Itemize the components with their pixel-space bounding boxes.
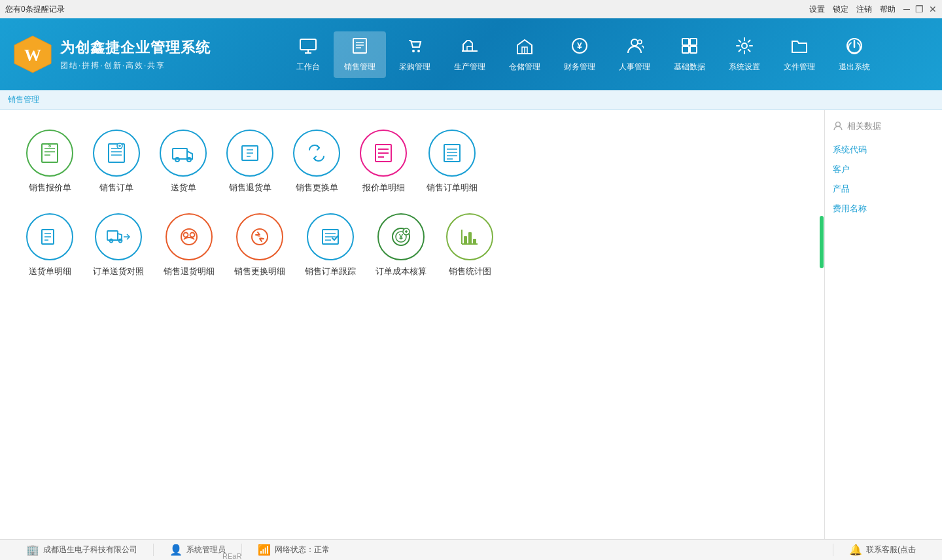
nav-label-finance: 财务管理 <box>564 61 595 73</box>
right-sidebar: 相关数据 系统代码 客户 产品 费用名称 <box>824 110 942 539</box>
exit-icon <box>845 37 864 59</box>
minimize-button[interactable]: ─ <box>903 4 910 14</box>
lock-link[interactable]: 锁定 <box>833 4 848 15</box>
breadcrumb: 销售管理 <box>0 90 942 110</box>
nav-label-system: 系统设置 <box>729 61 760 73</box>
module-sales-quote[interactable]: $ 销售报价单 <box>26 130 73 194</box>
nav-item-basic[interactable]: 基础数据 <box>663 31 716 78</box>
sales-exchange-icon-wrap <box>293 130 340 177</box>
network-text: 网络状态：正常 <box>275 544 330 555</box>
folder-icon <box>790 37 809 59</box>
order-delivery-icon-wrap <box>95 213 142 260</box>
breadcrumb-text: 销售管理 <box>8 94 39 105</box>
nav-item-system[interactable]: 系统设置 <box>718 31 771 78</box>
svg-rect-80 <box>468 232 472 244</box>
module-exchange-detail[interactable]: 销售更换明细 <box>234 213 285 277</box>
module-return-detail[interactable]: 销售退货明细 <box>164 213 215 277</box>
hr-icon <box>625 37 644 59</box>
module-sales-order-label: 销售订单 <box>99 182 133 194</box>
module-sales-exchange[interactable]: 销售更换单 <box>293 130 340 194</box>
nav-item-purchase[interactable]: 采购管理 <box>389 31 441 78</box>
module-order-delivery[interactable]: 订单送货对照 <box>93 213 144 277</box>
svg-rect-11 <box>467 46 472 51</box>
module-quote-detail-label: 报价单明细 <box>362 182 405 194</box>
module-sales-exchange-label: 销售更换单 <box>296 182 338 194</box>
system-slogan: 团结·拼搏·创新·高效·共享 <box>60 60 211 71</box>
status-network: 📶 网络状态：正常 <box>242 544 833 556</box>
purchase-icon <box>406 37 424 59</box>
network-icon: 📶 <box>258 544 271 556</box>
sales-order-icon-wrap <box>93 130 140 177</box>
module-sales-return-label: 销售退货单 <box>229 182 271 194</box>
nav-item-hr[interactable]: 人事管理 <box>608 31 661 78</box>
svg-point-63 <box>184 233 188 237</box>
company-icon: 🏢 <box>26 544 39 556</box>
nav-item-workbench[interactable]: 工作台 <box>285 31 331 78</box>
svg-text:W: W <box>24 46 41 65</box>
module-order-detail[interactable]: 销售订单明细 <box>427 130 478 194</box>
nav-item-production[interactable]: 生产管理 <box>444 31 496 78</box>
system-title: 为创鑫捷企业管理系统 <box>60 38 211 58</box>
module-row-1: $ 销售报价单 销售订 <box>26 130 798 194</box>
svg-rect-81 <box>473 239 476 244</box>
nav-item-sales[interactable]: 销售管理 <box>334 31 386 78</box>
title-bar-left: 您有0条提醒记录 <box>5 4 65 15</box>
close-button[interactable]: ✕ <box>929 4 937 14</box>
sidebar-link-product[interactable]: 产品 <box>833 179 934 199</box>
svg-rect-21 <box>682 46 689 53</box>
logo-area: W 为创鑫捷企业管理系统 团结·拼搏·创新·高效·共享 <box>0 35 224 74</box>
title-bar-right: 设置 锁定 注销 帮助 ─ ❐ ✕ <box>809 4 937 15</box>
cost-calc-icon-wrap: ¥ <box>377 213 425 260</box>
basic-icon <box>680 37 699 59</box>
nav-item-files[interactable]: 文件管理 <box>773 31 826 78</box>
module-sales-order[interactable]: 销售订单 <box>93 130 140 194</box>
svg-rect-5 <box>353 39 366 53</box>
module-row-2: 送货单明细 订单送货对照 <box>26 213 798 277</box>
module-order-detail-label: 销售订单明细 <box>427 182 478 194</box>
nav-item-exit[interactable]: 退出系统 <box>828 31 881 78</box>
module-order-track[interactable]: 销售订单跟踪 <box>305 213 356 277</box>
header: W 为创鑫捷企业管理系统 团结·拼搏·创新·高效·共享 工作台 <box>0 18 942 90</box>
window-controls: ─ ❐ ✕ <box>903 4 937 14</box>
module-cost-calc[interactable]: ¥ 订单成本核算 <box>375 213 427 277</box>
module-sales-chart[interactable]: 销售统计图 <box>446 213 493 277</box>
user-icon: 👤 <box>169 544 183 556</box>
nav-item-warehouse[interactable]: 仓储管理 <box>498 31 551 78</box>
nav-item-finance[interactable]: ¥ 财务管理 <box>553 31 606 78</box>
module-delivery-detail[interactable]: 送货单明细 <box>26 213 73 277</box>
module-cost-calc-label: 订单成本核算 <box>375 266 427 277</box>
sidebar-link-sys-code[interactable]: 系统代码 <box>833 140 934 160</box>
sidebar-link-fee-name[interactable]: 费用名称 <box>833 199 934 219</box>
status-service[interactable]: 🔔 联系客服(点击 <box>833 544 932 556</box>
module-quote-detail[interactable]: 报价单明细 <box>360 130 407 194</box>
logout-link[interactable]: 注销 <box>856 4 872 15</box>
production-icon <box>461 37 479 59</box>
svg-point-10 <box>417 50 420 52</box>
quote-detail-icon-wrap <box>360 130 407 177</box>
module-delivery[interactable]: 送货单 <box>160 130 207 194</box>
sidebar-link-customer[interactable]: 客户 <box>833 160 934 179</box>
restore-button[interactable]: ❐ <box>915 4 924 14</box>
nav-label-workbench: 工作台 <box>296 61 320 73</box>
svg-point-9 <box>412 50 415 52</box>
delivery-detail-icon-wrap <box>26 213 73 260</box>
status-bar: 🏢 成都迅生电子科技有限公司 👤 系统管理员 📶 网络状态：正常 🔔 联系客服(… <box>0 539 942 560</box>
settings-link[interactable]: 设置 <box>809 4 825 15</box>
order-detail-icon-wrap <box>428 130 476 177</box>
bell-icon: 🔔 <box>849 544 862 556</box>
svg-rect-38 <box>173 149 187 159</box>
logo-text: 为创鑫捷企业管理系统 团结·拼搏·创新·高效·共享 <box>60 38 211 71</box>
sales-chart-icon-wrap <box>446 213 493 260</box>
finance-icon: ¥ <box>570 37 589 59</box>
svg-rect-19 <box>682 39 689 45</box>
logo-icon: W <box>13 35 52 74</box>
module-exchange-detail-label: 销售更换明细 <box>234 266 285 277</box>
module-sales-chart-label: 销售统计图 <box>449 266 491 277</box>
nav-label-warehouse: 仓储管理 <box>509 61 540 73</box>
user-text: 系统管理员 <box>186 544 226 555</box>
module-sales-return[interactable]: 销售退货单 <box>226 130 273 194</box>
svg-text:¥: ¥ <box>399 233 404 241</box>
sales-return-icon-wrap <box>226 130 273 177</box>
svg-text:¥: ¥ <box>577 41 582 51</box>
help-link[interactable]: 帮助 <box>880 4 896 15</box>
